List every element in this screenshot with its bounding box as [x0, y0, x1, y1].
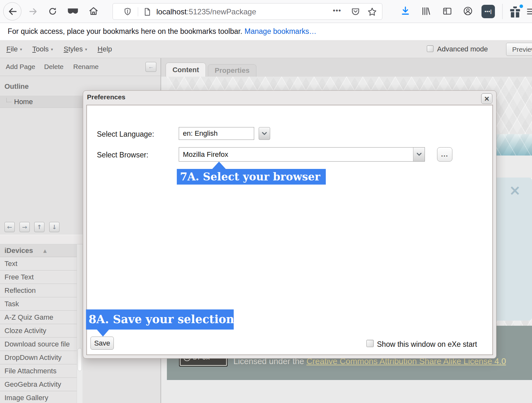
- chevron-down-icon: ▾: [51, 47, 53, 52]
- menu-styles[interactable]: Styles▾: [64, 40, 87, 58]
- save-button[interactable]: Save: [90, 337, 114, 350]
- tab-properties[interactable]: Properties: [208, 64, 256, 77]
- delete-idevice-icon[interactable]: ×: [509, 182, 521, 198]
- dialog-close-button[interactable]: ×: [481, 93, 492, 104]
- home-icon[interactable]: [89, 6, 98, 16]
- url-host: localhost: [156, 7, 187, 16]
- show-on-start-checkbox[interactable]: [366, 340, 374, 347]
- tracking-shield-icon[interactable]: [123, 7, 132, 16]
- preview-button[interactable]: Preview: [506, 43, 532, 56]
- idevice-item[interactable]: Cloze Activity: [0, 324, 77, 338]
- download-icon[interactable]: [401, 6, 410, 16]
- arrow-left-icon: ←: [148, 64, 154, 70]
- url-path: :51235/newPackage: [187, 7, 256, 16]
- preferences-dialog: Preferences × Select Language: en: Engli…: [83, 90, 497, 359]
- tab-content[interactable]: Content: [166, 63, 206, 77]
- language-label: Select Language:: [97, 130, 154, 139]
- tree-elbow-icon: [6, 98, 12, 102]
- collapse-triangle-icon: ▲: [43, 248, 47, 253]
- menu-hamburger-icon[interactable]: [526, 7, 532, 16]
- arrow-up-icon: ↑: [37, 224, 42, 231]
- callout-pointer-down: [97, 330, 109, 337]
- chevron-down-icon: [262, 132, 267, 135]
- collapse-panel-button[interactable]: ←: [145, 62, 156, 72]
- arrow-right-icon: →: [22, 224, 27, 231]
- close-icon: ×: [484, 95, 489, 103]
- idevice-item[interactable]: Free Text: [0, 270, 77, 284]
- urlbar-separator: [138, 7, 138, 16]
- bookmarks-notice: For quick access, place your bookmarks h…: [8, 27, 242, 36]
- idevice-item[interactable]: File Attachments: [0, 364, 77, 378]
- idevice-item[interactable]: A-Z Quiz Game: [0, 311, 77, 324]
- chevron-down-icon: ▾: [20, 47, 22, 52]
- outline-toolbar: Add Page Delete Rename ←: [0, 58, 160, 76]
- scrollbar-thumb[interactable]: [78, 348, 82, 371]
- advanced-mode-checkbox[interactable]: [427, 45, 434, 52]
- browser-toolbar: localhost:51235/newPackage ••• •••|: [0, 0, 532, 23]
- move-right-button[interactable]: →: [20, 222, 30, 232]
- menu-tools[interactable]: Tools▾: [32, 40, 53, 58]
- menu-help[interactable]: Help: [98, 40, 112, 58]
- screen: localhost:51235/newPackage ••• •••| For …: [0, 0, 532, 403]
- move-left-button[interactable]: ←: [4, 222, 15, 232]
- idevices-list: Text Free Text Reflection Task A-Z Quiz …: [0, 257, 77, 403]
- add-page-button[interactable]: Add Page: [6, 63, 35, 71]
- back-icon: [7, 6, 18, 17]
- show-on-start-label: Show this window on eXe start: [377, 340, 477, 349]
- back-button[interactable]: [3, 2, 21, 20]
- reload-icon[interactable]: [48, 7, 58, 16]
- page-background: [161, 380, 532, 403]
- workspace-tabs: Content Properties: [161, 58, 532, 77]
- account-icon[interactable]: [463, 6, 473, 16]
- dialog-title: Preferences: [87, 93, 125, 101]
- advanced-mode-label: Advanced mode: [437, 45, 488, 53]
- page-actions-icon[interactable]: •••: [333, 6, 341, 15]
- browser-select-arrow[interactable]: [413, 148, 425, 161]
- pocket-icon[interactable]: [351, 7, 360, 17]
- callout-save-selection: 8A. Save your selection: [86, 309, 234, 330]
- callout-pointer-up: [212, 162, 226, 169]
- idevice-item[interactable]: Text: [0, 257, 77, 270]
- bookmarks-toolbar: For quick access, place your bookmarks h…: [0, 23, 532, 40]
- arrow-down-icon: ↓: [52, 224, 57, 231]
- idevice-item[interactable]: Task: [0, 297, 77, 311]
- idevice-item[interactable]: DropDown Activity: [0, 351, 77, 364]
- idevice-item[interactable]: GeoGebra Activity: [0, 378, 77, 391]
- forward-icon[interactable]: [28, 7, 38, 16]
- notification-dot: [519, 4, 524, 9]
- chevron-down-icon: ▾: [85, 47, 87, 52]
- language-select[interactable]: en: English: [179, 127, 254, 140]
- url-bar[interactable]: localhost:51235/newPackage •••: [113, 3, 382, 20]
- browser-label: Select Browser:: [97, 151, 148, 159]
- menu-file[interactable]: File▾: [6, 40, 22, 58]
- sidebar-icon[interactable]: [442, 6, 452, 16]
- rename-button[interactable]: Rename: [73, 63, 98, 71]
- password-manager-icon[interactable]: •••|: [481, 5, 495, 18]
- delete-button[interactable]: Delete: [44, 63, 64, 71]
- page-icon: [143, 7, 152, 16]
- idevice-item[interactable]: Image Gallery: [0, 391, 77, 403]
- idevice-item[interactable]: Reflection: [0, 284, 77, 297]
- idevice-item[interactable]: Download source file: [0, 338, 77, 351]
- move-up-button[interactable]: ↑: [34, 222, 44, 232]
- url-text[interactable]: localhost:51235/newPackage: [156, 7, 256, 16]
- toolbar-separator: [502, 4, 503, 19]
- scrollbar[interactable]: [77, 244, 82, 403]
- chevron-down-icon: [417, 153, 422, 156]
- language-select-arrow[interactable]: [259, 127, 270, 140]
- move-down-button[interactable]: ↓: [49, 222, 59, 232]
- idevices-header[interactable]: iDevices ▲: [0, 244, 82, 257]
- arrow-left-icon: ←: [7, 224, 12, 231]
- bookmark-star-icon[interactable]: [367, 7, 377, 17]
- browser-select[interactable]: Mozilla Firefox: [179, 147, 425, 162]
- manage-bookmarks-link[interactable]: Manage bookmarks…: [245, 27, 317, 36]
- callout-select-browser: 7A. Select your browser: [177, 169, 326, 185]
- mask-icon[interactable]: [67, 8, 78, 16]
- library-icon[interactable]: [421, 6, 431, 16]
- browse-more-button[interactable]: ...: [437, 147, 452, 162]
